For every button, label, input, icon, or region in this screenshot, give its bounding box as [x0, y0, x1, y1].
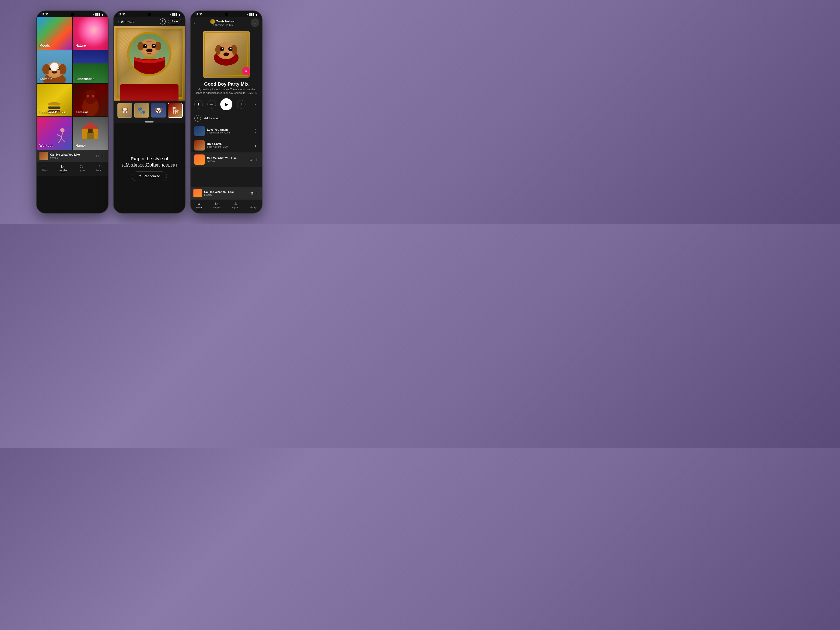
phone-2: 12:30 ▲ ▋▋▋ ▮ ∨ Animals ? Save [113, 11, 185, 213]
desc-subject: Pug [130, 156, 139, 161]
svg-point-35 [153, 45, 155, 46]
desc-connector: in the style of [141, 156, 168, 161]
np3-info: Call Me What You Like Lovejoy [204, 190, 248, 196]
status-icons-2: ▲ ▋▋▋ ▮ [169, 13, 180, 16]
song-row-1[interactable]: DO 4 LOVE Snoh Aalegra • 3:09 ⋮ [191, 138, 262, 153]
nav-samples-1[interactable]: ▷ Samples [59, 164, 67, 173]
song-row-0[interactable]: Love You Again Chase Matthew • 2:54 ⋮ [191, 124, 262, 138]
library-label-3: Library [250, 206, 257, 208]
header-title-row: ∨ Animals [117, 20, 134, 24]
category-cell-food[interactable]: Food and Drinks [36, 84, 72, 117]
now-playing-title-1: Call Me What You Like [50, 153, 93, 156]
category-cell-humor[interactable]: Humor [73, 117, 108, 150]
bottom-nav-3: ⌂ Home ▷ Samples ◎ Explore ♪ Library [191, 199, 262, 213]
home-label-1: Home [42, 169, 48, 171]
play-button[interactable]: ▶ [220, 98, 232, 111]
song-meta-0: Chase Matthew • 2:54 [207, 131, 250, 134]
cast-icon-1[interactable]: ⊡ [96, 154, 99, 158]
explore-icon-1: ◎ [80, 164, 83, 169]
playlist-info: Good Boy Party Mix My best boy loves to … [191, 80, 262, 96]
song-thumb-0 [194, 126, 205, 136]
home-icon-3: ⌂ [198, 201, 200, 205]
help-button[interactable]: ? [159, 19, 166, 25]
song-row-2[interactable]: Call Me What You Like Lovejoy ⊡ ⏸ [191, 153, 262, 167]
song-title-0: Love You Again [207, 128, 250, 131]
status-icons-3: ▲ ▋▋▋ ▮ [246, 13, 257, 16]
add-song-row[interactable]: + Add a song [191, 113, 262, 124]
now-playing-bar-3[interactable]: Call Me What You Like Lovejoy ⊡ ⏸ [191, 187, 262, 199]
cast-button-3[interactable]: ⊡ [251, 19, 259, 27]
song-info-1: DO 4 LOVE Snoh Aalegra • 3:09 [207, 142, 250, 148]
portrait-pug-svg [129, 33, 170, 74]
views-count: 4.1K views [213, 24, 224, 26]
category-cell-animals[interactable]: Animals [36, 51, 72, 83]
phone-2-screen: 12:30 ▲ ▋▋▋ ▮ ∨ Animals ? Save [114, 11, 185, 213]
category-cell-moods[interactable]: Moods [36, 17, 72, 50]
randomize-button[interactable]: ⟳ Randomize [132, 172, 167, 181]
phone-3: 12:30 ▲ ▋▋▋ ▮ ‹ Travis Neilson 4.1K view… [190, 11, 262, 213]
svg-point-11 [55, 72, 57, 73]
camera-notch-3 [225, 13, 228, 16]
thumbnail-1[interactable]: 🐶 [117, 103, 132, 118]
now-playing-controls-1: ⊡ ⏸ [96, 154, 105, 158]
share-button[interactable]: ↗ [237, 100, 245, 109]
thumbnail-3[interactable]: 🐶 [151, 103, 166, 118]
cover-pug [207, 35, 246, 74]
category-cell-fantasy[interactable]: Fantasy [73, 84, 108, 117]
edit-button[interactable]: ✏ [207, 100, 216, 109]
song-more-0[interactable]: ⋮ [253, 128, 258, 134]
more-button[interactable]: ⋯ [250, 100, 258, 109]
download-button[interactable]: ⬇ [194, 100, 203, 109]
phone2-content: ∨ Animals ? Save [114, 17, 185, 213]
cast-icon-np3[interactable]: ⊡ [250, 191, 253, 195]
svg-point-27 [143, 57, 156, 59]
song-meta-1: Snoh Aalegra • 3:09 [207, 145, 250, 148]
save-button[interactable]: Save [168, 19, 181, 24]
samples-icon-3: ▷ [215, 201, 218, 206]
landscapes-label: Landscapes [76, 77, 95, 81]
scroll-indicator [114, 120, 185, 123]
workout-label: Workout [39, 144, 53, 147]
nav-explore-1[interactable]: ◎ Explore [78, 164, 85, 173]
svg-line-21 [58, 139, 62, 143]
nav-home-3[interactable]: ⌂ Home [196, 201, 202, 210]
nav-explore-3[interactable]: ◎ Explore [232, 201, 239, 210]
pause-icon-np3[interactable]: ⏸ [256, 191, 259, 195]
thumbnail-4-selected[interactable]: 🐕 [168, 103, 183, 118]
phone-1: 12:30 ▲ ▋▋▋ ▮ Moods Nature [36, 11, 109, 213]
song-info-0: Love You Again Chase Matthew • 2:54 [207, 128, 250, 134]
song-info-2: Call Me What You Like Lovejoy [207, 156, 247, 163]
playlist-cover-wrapper: ✏ [191, 28, 262, 80]
category-cell-workout[interactable]: Workout [36, 117, 72, 150]
thumbnail-2[interactable]: 🐾 [134, 103, 149, 118]
cast-icon-2[interactable]: ⊡ [249, 158, 252, 161]
category-cell-nature[interactable]: Nature [73, 17, 108, 50]
nav-home-1[interactable]: ⌂ Home [42, 164, 48, 173]
edit-fab-button[interactable]: ✏ [242, 67, 250, 75]
pause-icon-2[interactable]: ⏸ [255, 158, 258, 161]
nav-library-3[interactable]: ♪ Library [250, 201, 257, 210]
header-dropdown-title[interactable]: Animals [121, 20, 134, 24]
randomize-icon: ⟳ [139, 174, 142, 178]
pause-icon-1[interactable]: ⏸ [101, 154, 105, 158]
animals-label: Animals [39, 77, 52, 81]
desc-more[interactable]: MORE [249, 92, 257, 94]
randomize-label: Randomize [144, 174, 160, 178]
now-playing-bar-1[interactable]: Call Me What You Like Lovejoy ⊡ ⏸ [36, 150, 108, 162]
text-description: Pug in the style of a Medieval Gothic pa… [114, 123, 185, 213]
thumbnail-5[interactable]: + [185, 103, 185, 118]
robe-bottom [120, 84, 178, 101]
nav-library-1[interactable]: ♪ Library [96, 164, 103, 173]
library-icon-3: ♪ [253, 201, 254, 205]
back-button[interactable]: ‹ [193, 20, 195, 25]
nav-samples-3[interactable]: ▷ Samples [213, 201, 221, 210]
library-label-1: Library [96, 169, 103, 171]
home-icon-1: ⌂ [44, 164, 46, 168]
category-cell-landscapes[interactable]: · · · · · ·· · · · ·· · · · · · Landscap… [73, 51, 108, 83]
svg-point-46 [222, 47, 223, 49]
song-more-1[interactable]: ⋮ [253, 142, 258, 148]
dropdown-arrow[interactable]: ∨ [117, 20, 120, 23]
desc-main-text: Pug in the style of a Medieval Gothic pa… [122, 156, 177, 168]
songs-list: + Add a song Love You Again Chase Matthe… [191, 113, 262, 187]
svg-point-32 [143, 44, 147, 48]
